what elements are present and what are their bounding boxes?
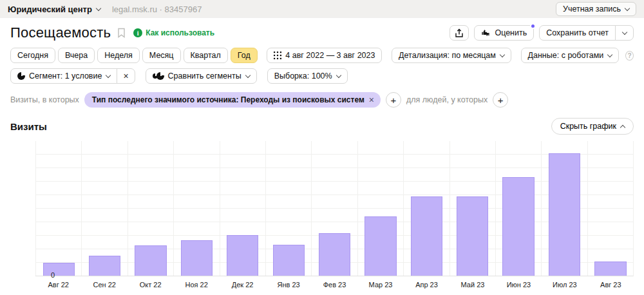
segment-dropdown[interactable]: Сегмент: 1 условие <box>10 68 117 84</box>
detalization-label: Детализация: по месяцам <box>399 51 496 60</box>
chevron-down-icon <box>106 72 111 77</box>
period-quarter-button[interactable]: Квартал <box>184 48 228 63</box>
date-range-label: 4 авг 2022 — 3 авг 2023 <box>285 51 375 60</box>
page-header: Посещаемость i Как использовать Оценить … <box>0 18 644 41</box>
chart-column <box>403 141 449 276</box>
header-actions: Оценить Сохранить отчет <box>450 25 634 41</box>
rate-label: Оценить <box>495 28 527 37</box>
chart-bar[interactable] <box>457 196 488 276</box>
chart-bar[interactable] <box>43 263 75 276</box>
chevron-down-icon <box>96 5 101 10</box>
filter-chip[interactable]: Тип последнего значимого источника: Пере… <box>84 92 381 108</box>
thumbs-icon <box>481 28 491 37</box>
hide-chart-label: Скрыть график <box>560 122 616 131</box>
y-axis-zero-label: 0 <box>51 271 55 279</box>
chart-bar[interactable] <box>227 235 258 276</box>
chart-bar[interactable] <box>319 233 350 276</box>
x-axis-label: Апр 23 <box>404 281 450 289</box>
chart-bar[interactable] <box>181 240 213 276</box>
period-label: Неделя <box>104 51 133 60</box>
save-report-group: Сохранить отчет <box>539 25 634 41</box>
chart-bar[interactable] <box>89 256 120 276</box>
chart-bar[interactable] <box>135 245 166 276</box>
segment-pie-icon <box>17 72 25 80</box>
x-axis-label: Июн 23 <box>496 281 542 289</box>
compare-segments-dropdown[interactable]: Сравнить сегменты <box>146 68 257 84</box>
x-axis-label: Мар 23 <box>357 281 403 289</box>
chart-x-labels: Авг 22Сен 22Окт 22Ноя 22Дек 22Янв 23Фев … <box>35 281 634 289</box>
visits-chart: 0 Авг 22Сен 22Окт 22Ноя 22Дек 22Янв 23Фе… <box>10 141 634 289</box>
topbar: Юридический центр legal.msk.ru · 8345796… <box>0 0 644 18</box>
chart-column <box>311 141 357 276</box>
data-mode-label: Данные: с роботами <box>528 51 604 60</box>
period-month-button[interactable]: Месяц <box>142 48 181 63</box>
save-report-dropdown-button[interactable] <box>615 25 634 41</box>
chevron-down-icon <box>622 29 627 34</box>
chart-bar[interactable] <box>365 216 396 276</box>
counter-name: Юридический центр <box>8 5 92 14</box>
x-axis-label: Фев 23 <box>312 281 357 289</box>
chart-column <box>495 141 541 276</box>
chart-bar[interactable] <box>502 177 534 276</box>
chart-column <box>35 141 81 276</box>
chart-bar[interactable] <box>273 245 305 276</box>
segment-clear-button[interactable]: × <box>117 68 135 84</box>
period-yesterday-button[interactable]: Вчера <box>58 48 95 63</box>
sampling-label: Выборка: 100% <box>274 71 332 81</box>
chart-column <box>128 141 173 276</box>
notification-badge <box>530 23 536 29</box>
counter-selector[interactable]: Юридический центр <box>8 5 100 14</box>
chart-column <box>450 141 495 276</box>
share-button[interactable] <box>450 25 469 41</box>
help-icon[interactable]: ? <box>625 51 634 61</box>
period-today-button[interactable]: Сегодня <box>10 48 55 63</box>
page-title: Посещаемость <box>10 24 111 41</box>
period-label: Сегодня <box>17 51 48 60</box>
calendar-grid-icon <box>274 52 281 59</box>
x-axis-label: Июл 23 <box>542 281 587 289</box>
sampling-dropdown[interactable]: Выборка: 100% <box>267 68 348 84</box>
x-axis-label: Май 23 <box>450 281 495 289</box>
chart-column <box>587 141 633 276</box>
chart-column <box>173 141 219 276</box>
chevron-up-icon <box>620 124 625 129</box>
chart-column <box>357 141 403 276</box>
period-label: Месяц <box>149 51 174 60</box>
chart-bar[interactable] <box>549 153 580 276</box>
x-axis-label: Авг 23 <box>588 281 634 289</box>
bookmark-icon[interactable] <box>117 28 126 40</box>
save-report-button[interactable]: Сохранить отчет <box>539 25 616 41</box>
add-visit-filter-button[interactable]: + <box>386 92 401 108</box>
data-mode-dropdown[interactable]: Данные: с роботами <box>521 48 620 63</box>
how-to-use-link[interactable]: i Как использовать <box>133 28 214 37</box>
how-to-use-label: Как использовать <box>146 28 214 37</box>
metric-title: Визиты <box>10 121 47 132</box>
period-label: Вчера <box>65 51 88 60</box>
chart-column <box>220 141 265 276</box>
share-icon <box>455 28 464 38</box>
date-range-button[interactable]: 4 авг 2022 — 3 авг 2023 <box>267 48 382 63</box>
people-filter-label: для людей, у которых <box>406 95 488 104</box>
segment-label: Сегмент: 1 условие <box>29 71 102 81</box>
segment-group: Сегмент: 1 условие × <box>10 68 135 84</box>
chip-close-icon[interactable]: × <box>369 95 374 105</box>
period-year-button[interactable]: Год <box>231 48 258 63</box>
detalization-dropdown[interactable]: Детализация: по месяцам <box>392 48 511 63</box>
compare-segments-label: Сравнить сегменты <box>168 71 242 81</box>
chevron-down-icon <box>245 72 250 77</box>
visits-filter-label: Визиты, в которых <box>10 95 79 104</box>
x-axis-label: Авг 22 <box>35 281 81 289</box>
filters-row: Визиты, в которых Тип последнего значимо… <box>0 92 644 108</box>
account-menu-button[interactable]: Учетная запись <box>556 2 636 16</box>
period-week-button[interactable]: Неделя <box>97 48 140 63</box>
hide-chart-button[interactable]: Скрыть график <box>551 118 634 135</box>
chart-bar[interactable] <box>411 196 442 276</box>
account-menu-label: Учетная запись <box>563 5 621 14</box>
add-people-filter-button[interactable]: + <box>493 92 508 108</box>
counter-meta: legal.msk.ru · 83457967 <box>112 5 202 14</box>
chart-column <box>81 141 127 276</box>
rate-button[interactable]: Оценить <box>474 25 534 41</box>
x-axis-label: Ноя 22 <box>173 281 219 289</box>
filter-chip-label: Тип последнего значимого источника: Пере… <box>92 95 365 104</box>
chart-bar[interactable] <box>594 262 626 276</box>
